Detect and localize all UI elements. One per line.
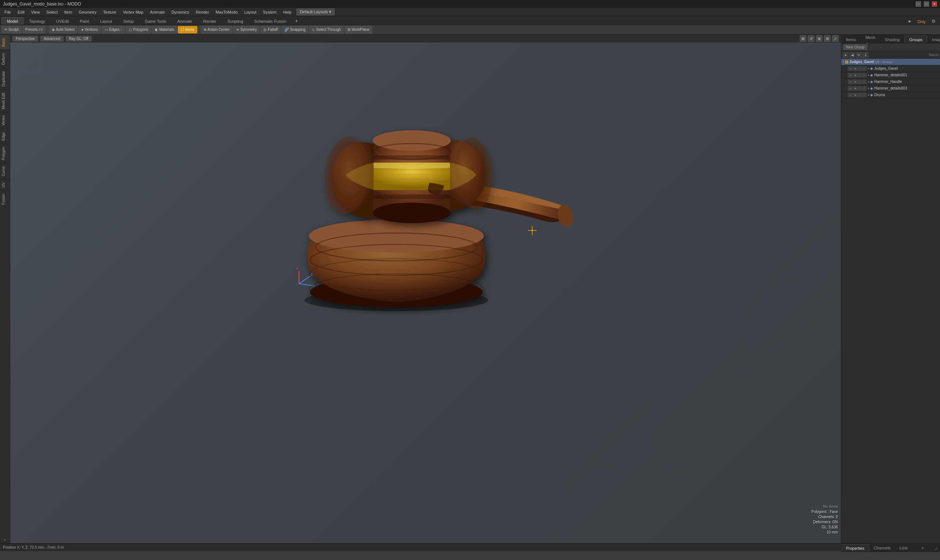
- symmetry-button[interactable]: ⇔ Symmetry: [233, 26, 260, 33]
- rpanel-tab-groups[interactable]: Groups: [904, 35, 927, 43]
- new-group-button[interactable]: New Group: [843, 45, 867, 50]
- menu-select[interactable]: Select: [43, 9, 60, 15]
- items-tool-render[interactable]: ↻: [856, 52, 862, 58]
- vis-box-4[interactable]: □: [862, 86, 866, 91]
- properties-tab-lists[interactable]: Lists: [895, 544, 912, 552]
- vis-ren-2[interactable]: □: [857, 73, 862, 77]
- tree-arrow-3[interactable]: ▸: [868, 80, 869, 83]
- maximize-button[interactable]: □: [924, 2, 929, 7]
- menu-maxtomodo[interactable]: MaxToModo: [213, 9, 241, 15]
- materials-button[interactable]: ◐ Materials: [152, 26, 178, 33]
- items-tool-camera[interactable]: ◀: [849, 52, 855, 58]
- sidebar-expand-btn[interactable]: ●: [0, 536, 10, 543]
- menu-geometry[interactable]: Geometry: [76, 9, 99, 15]
- action-center-button[interactable]: ⊕ Action Center: [201, 26, 233, 33]
- tab-uvedit[interactable]: UVEdit: [51, 17, 74, 25]
- auto-select-button[interactable]: ◈ Auto Select: [49, 26, 77, 33]
- vis-eye-4[interactable]: ●: [848, 86, 852, 91]
- tab-schematic-fusion[interactable]: Schematic Fusion: [249, 17, 292, 25]
- sculpt-button[interactable]: ✏ Sculpt: [2, 26, 22, 33]
- menu-help[interactable]: Help: [280, 9, 295, 15]
- tree-arrow-4[interactable]: ▸: [868, 87, 869, 90]
- menu-edit[interactable]: Edit: [15, 9, 28, 15]
- vis-box-5[interactable]: □: [862, 93, 866, 97]
- viewport-icon-grid[interactable]: ⊞: [800, 35, 806, 42]
- rpanel-tab-mesh[interactable]: Mesh ...: [861, 35, 880, 43]
- tree-item-drums[interactable]: ● ◀ □ □ ▸ ◈ Drums: [841, 92, 940, 98]
- presets-button[interactable]: Presets F8: [22, 26, 46, 33]
- menu-dynamics[interactable]: Dynamics: [168, 9, 192, 15]
- tree-item-hammer-details003[interactable]: ● ◀ □ □ ▸ ◈ Hammer_details003: [841, 85, 940, 92]
- menu-file[interactable]: File: [2, 9, 14, 15]
- menu-item[interactable]: Item: [61, 9, 75, 15]
- vis-cam-5[interactable]: ◀: [853, 93, 857, 97]
- tree-item-judges-gavel[interactable]: ● ◀ □ □ ▸ ◈ Judges_Gavel: [841, 65, 940, 72]
- snapping-button[interactable]: 🔗 Snapping: [281, 26, 308, 33]
- star-icon[interactable]: ★: [905, 18, 914, 25]
- workplane-button[interactable]: ⊞ WorkPlane: [344, 26, 372, 33]
- sidebar-tab-edge[interactable]: Edge: [0, 129, 10, 143]
- viewport-icon-settings[interactable]: ⚙: [824, 35, 830, 42]
- sidebar-tab-vertex[interactable]: Vertex: [0, 112, 10, 128]
- falloff-button[interactable]: ◎ Falloff: [261, 26, 281, 33]
- viewport-icon-zoom[interactable]: ⊕: [816, 35, 823, 42]
- menu-layout[interactable]: Layout: [241, 9, 259, 15]
- sidebar-tab-duplicate[interactable]: Duplicate: [0, 68, 10, 89]
- properties-tab-channels[interactable]: Channels: [869, 544, 895, 552]
- perspective-mode-btn[interactable]: Perspective: [12, 36, 38, 42]
- viewport-icon-expand[interactable]: ⤢: [832, 35, 839, 42]
- tab-model[interactable]: Model: [2, 17, 23, 25]
- tab-render[interactable]: Render: [198, 17, 222, 25]
- tab-gear-icon[interactable]: ⚙: [929, 18, 938, 25]
- menu-texture[interactable]: Texture: [100, 9, 119, 15]
- minimize-button[interactable]: ─: [916, 2, 921, 7]
- vis-ren-5[interactable]: □: [857, 93, 862, 97]
- properties-tab-properties[interactable]: Properties: [841, 544, 869, 552]
- menu-vertex-map[interactable]: Vertex Map: [120, 9, 147, 15]
- tab-scripting[interactable]: Scripting: [222, 17, 249, 25]
- tab-only-label[interactable]: Only: [914, 19, 929, 25]
- tree-item-hammer-details001[interactable]: ● ◀ □ □ ▸ ◈ Hammer_details001: [841, 72, 940, 78]
- menu-render[interactable]: Render: [193, 9, 212, 15]
- polygons-button[interactable]: ◻ Polygons: [126, 26, 151, 33]
- items-tool-info[interactable]: ℹ: [863, 52, 868, 58]
- sidebar-tab-deform[interactable]: Deform: [0, 49, 10, 68]
- vis-cam-3[interactable]: ◀: [853, 80, 857, 84]
- sidebar-tab-fusion[interactable]: Fusion: [0, 191, 10, 208]
- tab-animate[interactable]: Animate: [172, 17, 198, 25]
- rpanel-tab-items[interactable]: Items: [841, 35, 861, 43]
- add-tab-button[interactable]: +: [292, 17, 301, 25]
- vis-cam-4[interactable]: ◀: [853, 86, 857, 91]
- vis-eye-1[interactable]: ●: [848, 66, 852, 71]
- vis-eye-3[interactable]: ●: [848, 80, 852, 84]
- tab-game-tools[interactable]: Game Tools: [139, 17, 172, 25]
- menu-system[interactable]: System: [260, 9, 279, 15]
- tree-item-root[interactable]: ▾ ▤ Judges_Gavel (2) : Group: [841, 59, 940, 65]
- viewport[interactable]: Perspective Advanced Ray GL: Off ⊞ ↺ ⊕ ⚙…: [10, 34, 841, 543]
- vis-box-2[interactable]: □: [862, 73, 866, 77]
- tab-layout[interactable]: Layout: [94, 17, 117, 25]
- advanced-btn[interactable]: Advanced: [40, 36, 63, 42]
- tree-item-hammer-handle[interactable]: ● ◀ □ □ ▸ ◈ Hammer_Handle: [841, 78, 940, 85]
- items-button[interactable]: ☐ Items: [178, 26, 197, 33]
- sidebar-tab-basic[interactable]: Basic: [0, 34, 10, 49]
- sidebar-tab-mesh-edit[interactable]: Mesh Edit: [0, 89, 10, 112]
- ray-gl-btn[interactable]: Ray GL: Off: [66, 36, 92, 42]
- vis-cam-2[interactable]: ◀: [853, 73, 857, 77]
- tree-arrow-2[interactable]: ▸: [868, 73, 869, 77]
- menu-animate[interactable]: Animate: [147, 9, 168, 15]
- vis-box-1[interactable]: □: [862, 66, 866, 71]
- rpanel-tab-shading[interactable]: Shading: [880, 35, 904, 43]
- vis-eye-2[interactable]: ●: [848, 73, 852, 77]
- properties-expand-button[interactable]: ⤢: [933, 546, 940, 552]
- rpanel-tab-images[interactable]: Images: [927, 35, 940, 43]
- items-tool-eye[interactable]: ●: [843, 52, 849, 58]
- select-through-button[interactable]: ◇ Select Through: [309, 26, 344, 33]
- tab-setup[interactable]: Setup: [117, 17, 139, 25]
- tab-topology[interactable]: Topology: [23, 17, 51, 25]
- menu-view[interactable]: View: [28, 9, 43, 15]
- vis-cam-1[interactable]: ◀: [853, 66, 857, 71]
- vis-box-3[interactable]: □: [862, 80, 866, 84]
- tree-arrow-1[interactable]: ▸: [868, 67, 869, 70]
- vis-ren-3[interactable]: □: [857, 80, 862, 84]
